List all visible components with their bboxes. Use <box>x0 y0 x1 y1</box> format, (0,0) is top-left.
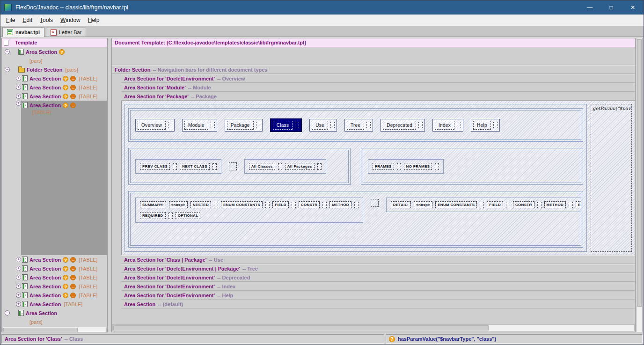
split-divider[interactable] <box>108 38 111 332</box>
prev-next-band-inner: PREV CLASSNEXT CLASS All ClassesAll Pack… <box>130 150 349 183</box>
tree-toggle-icon[interactable]: − <box>5 67 10 72</box>
close-button[interactable]: ✕ <box>622 0 644 15</box>
section-header-bar[interactable]: Area Section for 'DocletEnvironment'-- D… <box>121 273 635 282</box>
tree-node[interactable]: +Area Section?↔[TABLE] <box>2 273 107 282</box>
nav-button-subcell <box>457 122 461 128</box>
section-header-bar[interactable]: Area Section for 'DocletEnvironment'-- I… <box>121 282 635 291</box>
nav-button-class[interactable]: Class <box>270 118 302 132</box>
tree-toggle-icon[interactable]: + <box>16 85 21 90</box>
menu-item-file[interactable]: File <box>2 15 19 25</box>
maximize-button[interactable]: □ <box>600 0 622 15</box>
chip-next-class[interactable]: NEXT CLASS <box>180 163 210 170</box>
nav-button-tree[interactable]: Tree <box>344 119 373 132</box>
tree-node[interactable]: +Area Section?↔[TABLE] <box>2 92 107 101</box>
nav-button-package[interactable]: Package <box>225 119 263 132</box>
chip-optional[interactable]: OPTIONAL <box>176 212 201 219</box>
menu-item-help[interactable]: Help <box>84 15 103 25</box>
tree-node[interactable]: +Area Section?↔[TABLE] <box>2 101 107 255</box>
chip-no-frames[interactable]: NO FRAMES <box>404 163 432 170</box>
nav-button-deprecated[interactable]: Deprecated <box>381 119 425 132</box>
tree-toggle-icon[interactable]: + <box>16 266 21 271</box>
chip-field[interactable]: FIELD <box>487 201 503 208</box>
chip-all-packages[interactable]: All Packages <box>285 163 315 170</box>
chip-nested[interactable]: NESTED <box>190 201 211 208</box>
tree-node[interactable]: [pars] <box>2 317 107 326</box>
tree-node[interactable]: −Area Section <box>2 308 107 317</box>
section-header-bar[interactable]: Area Section for 'DocletEnvironment'-- H… <box>121 291 635 300</box>
tree-node-type: [TABLE] <box>64 301 82 307</box>
tree-horizontal-scrollbar-thumb[interactable] <box>3 328 78 332</box>
chip-nbsp[interactable]: <nbsp> <box>414 201 432 208</box>
tree-toggle-icon[interactable]: + <box>16 301 21 307</box>
editor-horizontal-scrollbar-thumb[interactable] <box>113 325 489 330</box>
tree-node[interactable]: +Area Section?↔[TABLE] <box>2 255 107 264</box>
chip-all-classes[interactable]: All Classes <box>249 163 275 170</box>
tree-node[interactable]: [pars] <box>2 56 107 65</box>
section-header-bar[interactable]: Area Section for 'Package'-- Package <box>121 92 635 101</box>
condition-expression-box[interactable]: getParam("$nav <box>591 104 632 252</box>
tree-node[interactable]: +Area Section?↔[TABLE] <box>2 282 107 291</box>
tree-toggle-icon[interactable]: + <box>16 293 21 298</box>
tree-toggle-icon[interactable]: + <box>16 76 21 81</box>
placeholder-cell[interactable] <box>229 162 237 170</box>
chip-field[interactable]: FIELD <box>272 201 289 208</box>
menu-item-window[interactable]: Window <box>57 15 84 25</box>
section-header-bar[interactable]: Area Section for 'DocletEnvironment'-- O… <box>121 74 635 83</box>
chip-nbsp[interactable]: <nbsp> <box>169 201 188 208</box>
tree-toggle-icon[interactable]: + <box>16 257 21 262</box>
tree-horizontal-scrollbar[interactable] <box>2 327 107 332</box>
chip-detail[interactable]: DETAIL: <box>391 201 411 208</box>
section-header-bar[interactable]: Area Section-- (default) <box>121 300 635 308</box>
tree-node[interactable]: +Area Section?↔[TABLE] <box>2 291 107 300</box>
chip-prev-class[interactable]: PREV CLASS <box>140 163 170 170</box>
tab-letter-bar[interactable]: Letter Bar <box>46 28 86 37</box>
nav-button-overview[interactable]: Overview <box>135 119 175 132</box>
section-header-bar[interactable]: Area Section for 'DocletEnvironment | Pa… <box>121 264 635 273</box>
second-band-row: PREV CLASSNEXT CLASS All ClassesAll Pack… <box>128 148 583 185</box>
tree-toggle-icon[interactable]: − <box>5 310 10 316</box>
chip-frames[interactable]: FRAMES <box>373 163 394 170</box>
chip-constr[interactable]: CONSTR <box>513 201 534 208</box>
chip-enum-constants[interactable]: ENUM CONSTANTS <box>435 201 477 208</box>
chip-element[interactable]: ELEMENT <box>576 201 581 208</box>
folder-section-bar[interactable]: Folder Section -- Navigation bars for di… <box>112 65 635 74</box>
section-header-bar[interactable]: Area Section for 'Class | Package'-- Use <box>121 255 635 264</box>
vertical-scrollbar[interactable] <box>636 38 643 332</box>
nav-button-subcell <box>330 122 335 128</box>
nav-button-help[interactable]: Help <box>471 119 500 132</box>
nav-button-module[interactable]: Module <box>182 119 217 132</box>
tree-toggle-icon[interactable]: − <box>5 49 10 54</box>
area-section-designer[interactable]: OverviewModulePackageClassUseTreeDepreca… <box>121 101 635 255</box>
tab-bar: navbar.tplLetter Bar <box>0 26 644 37</box>
minimize-button[interactable]: — <box>579 0 600 15</box>
tree-node[interactable]: −Folder Section[pars] <box>2 65 107 74</box>
placeholder-cell[interactable] <box>371 199 379 207</box>
tree-node[interactable]: +Area Section[TABLE] <box>2 300 107 308</box>
tab-navbar-tpl[interactable]: navbar.tpl <box>2 27 44 37</box>
chip-enum-constants[interactable]: ENUM CONSTANTS <box>221 201 263 208</box>
tree-toggle-icon[interactable]: + <box>16 94 21 99</box>
chip-summary[interactable]: SUMMARY: <box>140 201 166 208</box>
tree-toggle-icon[interactable]: + <box>16 101 21 106</box>
chip-method[interactable]: METHOD <box>329 201 351 208</box>
section-annotation: -- Package <box>191 94 217 99</box>
tree-node[interactable]: +Area Section?↔[TABLE] <box>2 264 107 273</box>
nav-button-index[interactable]: Index <box>432 119 463 132</box>
chip-method[interactable]: METHOD <box>544 201 566 208</box>
prev-next-band: PREV CLASSNEXT CLASS All ClassesAll Pack… <box>128 148 351 185</box>
section-annotation: -- Module <box>188 85 211 90</box>
tree-node[interactable]: +Area Section?↔[TABLE] <box>2 83 107 92</box>
chip-required[interactable]: REQUIRED <box>140 212 166 219</box>
tree-node[interactable]: +Area Section?↔[TABLE] <box>2 74 107 83</box>
tree-toggle-icon[interactable]: + <box>16 275 21 280</box>
chip-constr[interactable]: CONSTR <box>299 201 320 208</box>
section-header-bar[interactable]: Area Section for 'Module'-- Module <box>121 83 635 92</box>
tree-node[interactable]: −Area Section? <box>2 47 107 56</box>
separator-cell <box>214 202 218 208</box>
menu-item-tools[interactable]: Tools <box>36 15 57 25</box>
editor-horizontal-scrollbar[interactable] <box>112 324 635 331</box>
tree-toggle-icon[interactable]: + <box>16 284 21 289</box>
vertical-scrollbar-thumb[interactable] <box>637 39 642 307</box>
nav-button-use[interactable]: Use <box>309 119 337 132</box>
menu-item-edit[interactable]: Edit <box>19 15 36 25</box>
